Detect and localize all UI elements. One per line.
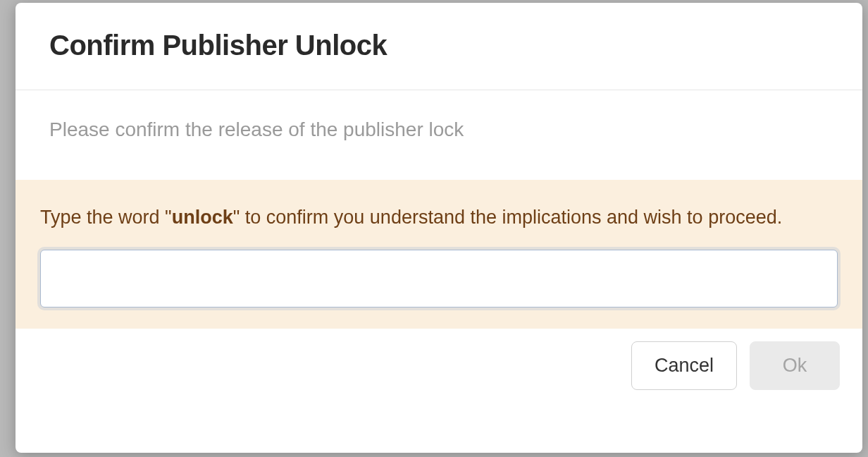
warning-keyword: unlock <box>172 207 233 228</box>
warning-suffix: " to confirm you understand the implicat… <box>233 207 783 228</box>
confirm-input[interactable] <box>40 250 838 307</box>
warning-prefix: Type the word " <box>40 207 172 228</box>
modal-title: Confirm Publisher Unlock <box>49 30 829 61</box>
modal-description: Please confirm the release of the publis… <box>16 90 862 180</box>
cancel-button[interactable]: Cancel <box>631 341 737 390</box>
confirm-dialog: Confirm Publisher Unlock Please confirm … <box>16 3 862 453</box>
ok-button[interactable]: Ok <box>750 341 840 390</box>
modal-footer: Cancel Ok <box>16 329 862 406</box>
modal-header: Confirm Publisher Unlock <box>16 3 862 90</box>
modal-body: Please confirm the release of the publis… <box>16 90 862 329</box>
warning-box: Type the word "unlock" to confirm you un… <box>16 180 862 329</box>
warning-text: Type the word "unlock" to confirm you un… <box>40 204 838 231</box>
